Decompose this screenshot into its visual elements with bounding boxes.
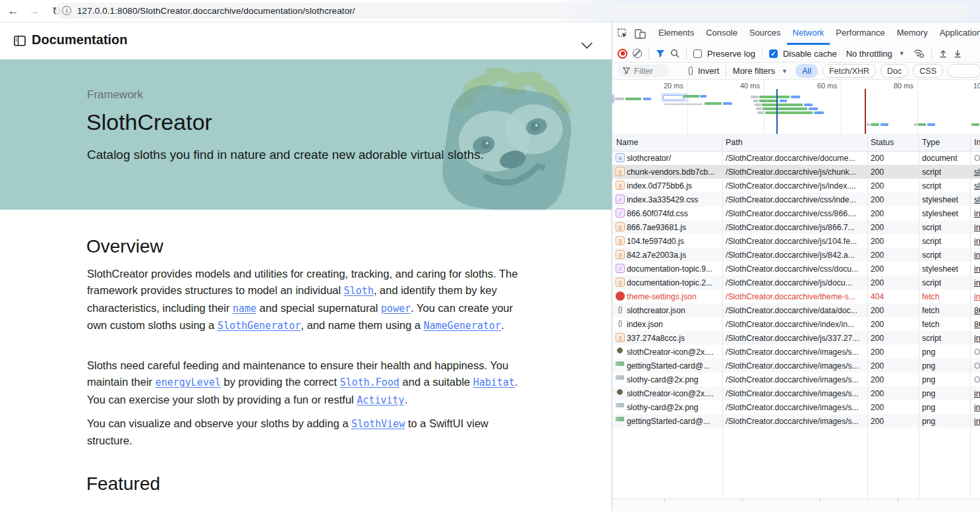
request-initiator[interactable]: sl	[974, 181, 980, 191]
network-request-row[interactable]: {}index.json/SlothCreator.doccarchive/in…	[612, 317, 980, 331]
column-divider[interactable]	[919, 134, 919, 498]
doc-symbol-link[interactable]: SlothView	[351, 418, 405, 430]
chip-all[interactable]: All	[795, 64, 818, 78]
tab-network[interactable]: Network	[787, 22, 830, 45]
network-request-row[interactable]: {}chunk-vendors.bdb7cb.../SlothCreator.d…	[612, 165, 980, 179]
network-request-row[interactable]: slothy-card@2x.png/SlothCreator.doccarch…	[612, 400, 980, 414]
chip-clipped[interactable]	[948, 64, 980, 78]
doc-symbol-link[interactable]: power	[381, 303, 411, 315]
divider	[649, 48, 649, 59]
disable-cache-label[interactable]: Disable cache	[783, 49, 837, 59]
doc-symbol-link[interactable]: name	[233, 303, 256, 315]
filter-input[interactable]: Filter	[618, 65, 669, 77]
network-request-row[interactable]: ∕index.3a335429.css/SlothCreator.doccarc…	[612, 193, 980, 206]
export-har-icon[interactable]	[953, 49, 962, 58]
chip-doc[interactable]: Doc	[880, 64, 908, 78]
doc-symbol-link[interactable]: energyLevel	[156, 376, 221, 388]
column-header-path[interactable]: Path	[726, 138, 743, 147]
network-request-row[interactable]: ∕documentation-topic.9.../SlothCreator.d…	[612, 262, 980, 276]
request-initiator[interactable]: in	[974, 237, 980, 246]
chevron-down-icon[interactable]	[581, 38, 592, 49]
network-request-row[interactable]: {}866.7ae93681.js/SlothCreator.doccarchi…	[612, 220, 980, 234]
request-initiator[interactable]: in	[974, 209, 980, 218]
request-initiator[interactable]: in	[974, 251, 980, 260]
doc-symbol-link[interactable]: Activity	[357, 394, 404, 406]
clear-network-log-icon[interactable]	[633, 49, 642, 58]
network-request-row[interactable]: {}documentation-topic.2.../SlothCreator.…	[612, 276, 980, 289]
request-initiator[interactable]: in	[974, 278, 980, 287]
request-initiator[interactable]: in	[974, 223, 980, 232]
column-header-name[interactable]: Name	[616, 138, 638, 147]
network-request-row[interactable]: slothy-card@2x.png/SlothCreator.doccarch…	[612, 373, 980, 386]
request-path: /SlothCreator.doccarchive/js/docu...	[726, 278, 865, 287]
network-request-row[interactable]: {}842.a7e2003a.js/SlothCreator.doccarchi…	[612, 248, 980, 262]
column-header-in[interactable]: In	[974, 138, 980, 147]
tab-sources[interactable]: Sources	[743, 22, 787, 45]
network-conditions-icon[interactable]	[913, 49, 925, 58]
request-path: /SlothCreator.doccarchive/images/s...	[726, 375, 865, 384]
invert-checkbox[interactable]	[689, 67, 693, 75]
invert-label[interactable]: Invert	[698, 66, 720, 76]
doc-symbol-link[interactable]: NameGenerator	[424, 320, 501, 332]
network-request-row[interactable]: slothCreator-icon@2x..../SlothCreator.do…	[612, 345, 980, 359]
throttling-dropdown-arrow[interactable]: ▼	[899, 50, 905, 57]
featured-heading: Featured	[86, 473, 160, 495]
request-initiator[interactable]: in	[974, 334, 980, 343]
request-initiator[interactable]: in	[974, 389, 980, 398]
doc-symbol-link[interactable]: SlothGenerator	[217, 320, 301, 332]
network-request-row[interactable]: ∕866.60f074fd.css/SlothCreator.doccarchi…	[612, 206, 980, 220]
tab-elements[interactable]: Elements	[652, 22, 700, 45]
url-text[interactable]: 127.0.0.1:8080/SlothCreator.doccarchive/…	[77, 6, 355, 16]
network-request-row[interactable]: slothCreator-icon@2x..../SlothCreator.do…	[612, 386, 980, 400]
throttling-select[interactable]: No throttling	[846, 49, 892, 59]
network-request-row[interactable]: {}104.fe5974d0.js/SlothCreator.doccarchi…	[612, 234, 980, 248]
column-divider[interactable]	[722, 134, 723, 498]
address-bar[interactable]: ⓘ 127.0.0.1:8080/SlothCreator.doccarchiv…	[55, 3, 970, 19]
search-icon[interactable]	[670, 49, 679, 58]
network-overview-waterfall[interactable]: 20 ms40 ms60 ms80 ms10	[612, 80, 980, 135]
doc-symbol-link[interactable]: Sloth	[344, 285, 374, 297]
column-header-status[interactable]: Status	[871, 138, 894, 147]
tab-console[interactable]: Console	[700, 22, 743, 45]
tab-memory[interactable]: Memory	[891, 22, 934, 45]
script-icon: {}	[616, 333, 625, 342]
network-request-row[interactable]: gettingStarted-card@.../SlothCreator.doc…	[612, 414, 980, 428]
request-initiator[interactable]: 86	[974, 320, 980, 329]
network-request-row[interactable]: gettingStarted-card@.../SlothCreator.doc…	[612, 359, 980, 373]
network-request-row[interactable]: {}337.274a8ccc.js/SlothCreator.doccarchi…	[612, 331, 980, 345]
record-network-log-icon[interactable]	[618, 49, 627, 59]
more-filters-arrow[interactable]: ▼	[782, 68, 788, 75]
disable-cache-checkbox[interactable]: ✓	[769, 49, 778, 58]
network-request-row[interactable]: ≡slothcreator//SlothCreator.doccarchive/…	[612, 151, 980, 165]
column-divider[interactable]	[970, 134, 971, 498]
forward-button[interactable]: →	[26, 3, 42, 19]
request-initiator[interactable]: in	[974, 417, 980, 426]
back-button[interactable]: ←	[5, 3, 21, 19]
more-filters-button[interactable]: More filters	[733, 66, 775, 76]
filter-funnel-icon[interactable]	[656, 49, 665, 58]
column-header-type[interactable]: Type	[922, 138, 940, 147]
tab-performance[interactable]: Performance	[830, 22, 890, 45]
request-initiator[interactable]: in	[974, 292, 980, 301]
network-request-row[interactable]: {}index.0d775bb6.js/SlothCreator.doccarc…	[612, 179, 980, 193]
doc-symbol-link[interactable]: Sloth.Food	[340, 376, 399, 388]
device-toolbar-icon[interactable]	[635, 29, 646, 39]
request-initiator[interactable]: in	[974, 403, 980, 412]
request-initiator[interactable]: sl	[974, 167, 980, 177]
network-request-row[interactable]: ✕theme-settings.json/SlothCreator.doccar…	[612, 289, 980, 303]
chip-css[interactable]: CSS	[913, 64, 943, 78]
request-initiator[interactable]: in	[974, 264, 980, 274]
import-har-icon[interactable]	[938, 49, 948, 58]
doc-symbol-link[interactable]: Habitat	[473, 376, 515, 388]
request-initiator[interactable]: 86	[974, 306, 980, 315]
preserve-log-checkbox[interactable]	[693, 49, 702, 58]
preserve-log-label[interactable]: Preserve log	[707, 49, 755, 59]
inspect-element-icon[interactable]	[618, 28, 628, 39]
column-divider[interactable]	[867, 134, 868, 498]
page-info-icon[interactable]: ⓘ	[62, 5, 71, 17]
chip-fetchxhr[interactable]: Fetch/XHR	[822, 64, 876, 78]
network-request-row[interactable]: {}slothcreator.json/SlothCreator.doccarc…	[612, 303, 980, 317]
request-initiator[interactable]: sl	[974, 195, 980, 204]
tab-application[interactable]: Application	[934, 22, 980, 45]
sidebar-toggle-icon[interactable]	[14, 36, 26, 46]
